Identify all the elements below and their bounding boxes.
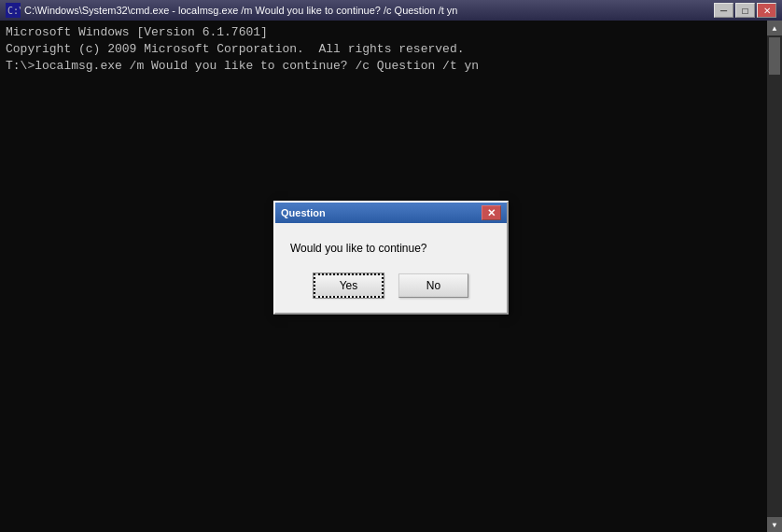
dialog-message: Would you like to continue? — [290, 242, 492, 255]
cmd-line-1: Microsoft Windows [Version 6.1.7601] — [6, 24, 776, 41]
scroll-track[interactable] — [767, 35, 782, 517]
no-button[interactable]: No — [398, 273, 468, 298]
scroll-down-arrow[interactable]: ▼ — [767, 517, 782, 532]
scroll-thumb[interactable] — [769, 37, 780, 75]
cmd-window: C:\ C:\Windows\System32\cmd.exe - localm… — [0, 0, 782, 532]
minimize-button[interactable]: ─ — [714, 3, 733, 18]
window-controls: ─ □ ✕ — [714, 3, 776, 18]
dialog-titlebar: Question ✕ — [275, 203, 507, 223]
cmd-line-2: Copyright (c) 2009 Microsoft Corporation… — [6, 41, 776, 58]
title-bar: C:\ C:\Windows\System32\cmd.exe - localm… — [0, 0, 782, 21]
svg-text:C:\: C:\ — [7, 6, 21, 16]
window-title: C:\Windows\System32\cmd.exe - localmsg.e… — [24, 5, 714, 16]
scrollbar[interactable]: ▲ ▼ — [767, 21, 782, 532]
dialog-close-button[interactable]: ✕ — [482, 205, 501, 220]
dialog-buttons: Yes No — [290, 273, 492, 298]
cmd-content: Microsoft Windows [Version 6.1.7601] Cop… — [0, 21, 782, 532]
cmd-icon: C:\ — [6, 3, 21, 18]
maximize-button[interactable]: □ — [735, 3, 755, 18]
close-button[interactable]: ✕ — [757, 3, 776, 18]
yes-button[interactable]: Yes — [314, 273, 384, 298]
cmd-line-4: T:\>localmsg.exe /m Would you like to co… — [6, 58, 776, 75]
dialog-body: Would you like to continue? Yes No — [275, 223, 507, 313]
modal-overlay: Question ✕ Would you like to continue? Y… — [0, 21, 782, 532]
dialog-title: Question — [281, 207, 482, 218]
scroll-up-arrow[interactable]: ▲ — [767, 21, 782, 35]
dialog-box: Question ✕ Would you like to continue? Y… — [273, 201, 509, 315]
